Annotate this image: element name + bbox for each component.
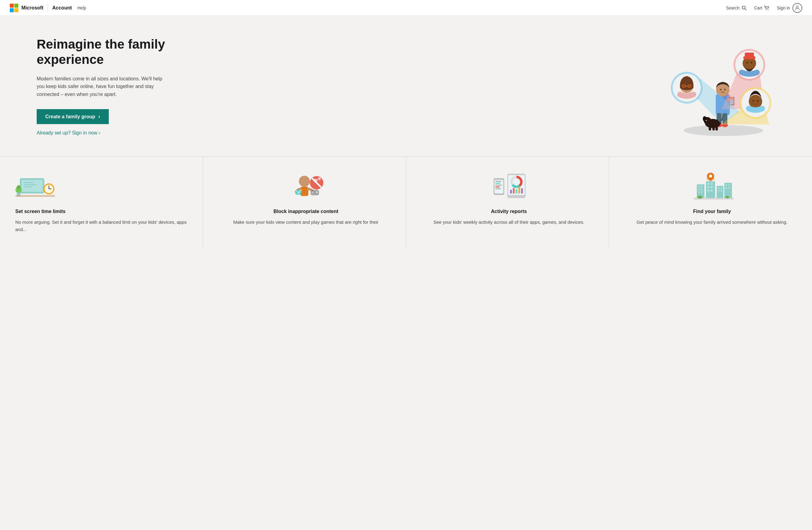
- svg-point-4: [796, 6, 799, 8]
- svg-rect-91: [701, 191, 702, 193]
- sign-in-button[interactable]: Sign in: [777, 3, 802, 13]
- svg-rect-73: [510, 190, 512, 194]
- hero-section: Reimagine the family experience Modern f…: [0, 16, 812, 157]
- svg-rect-84: [495, 188, 501, 189]
- svg-rect-21: [709, 126, 711, 130]
- feature-block-content: Block inappropriate content Make sure yo…: [203, 157, 406, 248]
- svg-rect-77: [521, 188, 523, 194]
- avatar: [793, 3, 802, 13]
- svg-point-0: [742, 6, 745, 9]
- svg-rect-96: [711, 186, 713, 188]
- site-header: Microsoft Account Help Search Cart Sign …: [0, 0, 812, 16]
- cart-text: Cart: [754, 5, 762, 10]
- search-nav-item[interactable]: Search: [726, 5, 746, 11]
- feature-activity-reports: Activity reports See your kids' weekly a…: [406, 157, 609, 248]
- svg-rect-82: [495, 185, 502, 186]
- svg-rect-46: [24, 182, 33, 183]
- svg-rect-47: [24, 184, 36, 185]
- svg-rect-76: [518, 187, 520, 194]
- svg-rect-108: [728, 187, 730, 189]
- svg-rect-94: [711, 183, 713, 185]
- svg-rect-75: [516, 189, 517, 194]
- block-content-desc: Make sure your kids view content and pla…: [218, 218, 393, 226]
- svg-rect-102: [718, 190, 720, 192]
- activity-reports-desc: See your kids' weekly activity across al…: [421, 218, 596, 226]
- search-icon: [741, 5, 747, 11]
- find-family-desc: Get peace of mind knowing your family ar…: [624, 218, 800, 226]
- feature-find-family: Find your family Get peace of mind knowi…: [609, 157, 812, 248]
- svg-rect-99: [717, 186, 723, 198]
- svg-rect-45: [21, 180, 43, 192]
- svg-point-63: [318, 177, 321, 180]
- svg-rect-93: [707, 183, 709, 185]
- already-setup-link[interactable]: Already set up? Sign in now ›: [37, 130, 183, 136]
- svg-rect-62: [314, 179, 318, 182]
- svg-rect-90: [698, 191, 700, 193]
- svg-point-20: [706, 120, 707, 121]
- hero-illustration: [659, 34, 787, 138]
- create-family-group-label: Create a family group: [45, 114, 95, 119]
- block-content-title: Block inappropriate content: [218, 209, 393, 214]
- cart-nav-item[interactable]: Cart: [754, 5, 769, 11]
- help-link[interactable]: Help: [77, 5, 86, 10]
- svg-point-39: [749, 95, 762, 108]
- svg-rect-104: [724, 183, 732, 198]
- svg-line-1: [745, 9, 746, 10]
- svg-point-111: [709, 174, 712, 177]
- svg-rect-48: [24, 186, 31, 187]
- svg-rect-83: [495, 186, 500, 187]
- svg-point-40: [753, 100, 754, 102]
- cart-icon: [764, 5, 769, 11]
- svg-rect-80: [495, 181, 502, 182]
- svg-rect-57: [15, 195, 55, 197]
- svg-point-3: [768, 9, 768, 10]
- svg-point-66: [316, 191, 318, 193]
- svg-point-13: [724, 89, 726, 90]
- already-setup-label: Already set up? Sign in now: [37, 130, 97, 135]
- hero-text-block: Reimagine the family experience Modern f…: [37, 37, 183, 136]
- find-family-title: Find your family: [624, 209, 800, 214]
- svg-point-29: [746, 62, 748, 63]
- svg-point-65: [312, 191, 314, 193]
- svg-rect-86: [698, 186, 700, 187]
- find-family-icon: [694, 172, 730, 200]
- svg-point-2: [766, 9, 767, 10]
- svg-rect-81: [495, 183, 500, 184]
- svg-rect-100: [718, 187, 720, 189]
- svg-rect-74: [513, 188, 514, 194]
- screen-time-title: Set screen time limits: [15, 209, 190, 214]
- svg-point-113: [726, 196, 729, 198]
- svg-rect-89: [701, 189, 702, 190]
- svg-rect-98: [711, 189, 713, 192]
- activity-reports-icon: [491, 172, 527, 200]
- activity-reports-title: Activity reports: [421, 209, 596, 214]
- family-svg: [659, 34, 787, 138]
- signin-chevron: ›: [99, 130, 100, 135]
- svg-rect-23: [715, 126, 718, 130]
- feature-screen-time: Set screen time limits No more arguing. …: [0, 157, 203, 248]
- microsoft-logo-link[interactable]: Microsoft: [10, 4, 43, 12]
- header-divider: [48, 4, 48, 12]
- svg-point-41: [757, 100, 758, 102]
- svg-point-58: [299, 176, 310, 187]
- header-account-label: Account: [52, 5, 72, 11]
- screen-time-icon: [15, 172, 52, 200]
- search-text: Search: [726, 5, 739, 10]
- svg-rect-101: [721, 187, 722, 189]
- hero-title: Reimagine the family experience: [37, 37, 183, 68]
- hero-description: Modern families come in all sizes and lo…: [37, 75, 168, 98]
- header-nav: Search Cart Sign in: [726, 3, 802, 13]
- svg-rect-97: [707, 189, 709, 192]
- svg-rect-28: [745, 53, 754, 57]
- svg-point-12: [720, 89, 722, 90]
- svg-rect-107: [726, 187, 727, 189]
- create-family-chevron: ›: [98, 113, 100, 120]
- screen-time-desc: No more arguing. Set it and forget it wi…: [15, 218, 190, 233]
- svg-rect-95: [707, 186, 709, 188]
- svg-rect-87: [701, 186, 702, 187]
- create-family-group-button[interactable]: Create a family group ›: [37, 109, 109, 124]
- svg-rect-106: [728, 184, 730, 186]
- block-content-icon: [288, 172, 324, 200]
- ms-logo-grid: [10, 4, 18, 12]
- sign-in-label: Sign in: [777, 5, 790, 10]
